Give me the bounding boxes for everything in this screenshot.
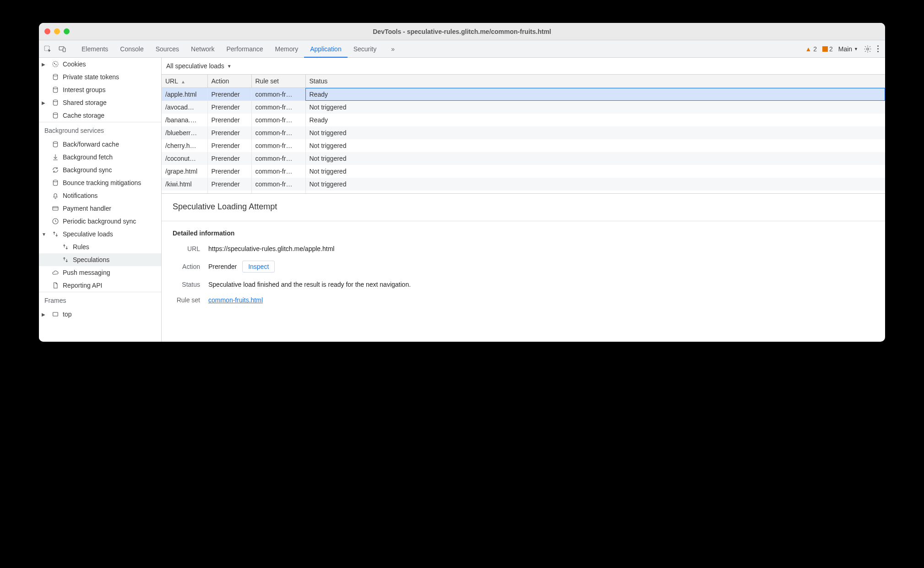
sidebar-item-notifications[interactable]: Notifications — [39, 189, 161, 202]
fullscreen-window-button[interactable] — [64, 28, 70, 34]
sidebar-item-label: Push messaging — [63, 269, 110, 276]
panel-tab-elements[interactable]: Elements — [76, 40, 114, 58]
cell-ruleset: common-fr… — [251, 126, 305, 139]
sidebar-item-shared-storage[interactable]: Shared storage — [39, 96, 161, 109]
kebab-menu-icon[interactable] — [877, 45, 879, 52]
panel-tab-memory[interactable]: Memory — [269, 40, 304, 58]
table-row[interactable]: /avocad…Prerendercommon-fr…Not triggered — [162, 101, 885, 114]
sidebar-item-speculations[interactable]: Speculations — [39, 253, 161, 266]
cell-status: Not triggered — [305, 101, 885, 114]
svg-point-10 — [53, 113, 57, 115]
table-row[interactable]: /coconut…Prerendercommon-fr…Not triggere… — [162, 152, 885, 165]
sidebar-item-reporting-api[interactable]: Reporting API — [39, 279, 161, 292]
table-row[interactable]: /blueberr…Prerendercommon-fr…Not trigger… — [162, 126, 885, 139]
sync-icon — [52, 166, 59, 174]
db-icon — [52, 179, 59, 186]
column-header-url[interactable]: URL▲ — [162, 75, 207, 88]
inspect-element-icon[interactable] — [43, 45, 52, 53]
cell-action: Prerender — [207, 101, 251, 114]
table-row[interactable]: /banana.…Prerendercommon-fr…Ready — [162, 114, 885, 126]
db-icon — [52, 112, 59, 119]
db-icon — [52, 99, 59, 106]
svg-point-9 — [53, 100, 57, 102]
cell-action: Prerender — [207, 139, 251, 152]
speculations-table: URL▲ActionRule setStatus /apple.htmlPrer… — [162, 74, 885, 193]
table-row[interactable]: /cherry.h…Prerendercommon-fr…Not trigger… — [162, 139, 885, 152]
sidebar-item-label: Shared storage — [63, 99, 107, 106]
updown-icon — [62, 256, 69, 263]
target-context-selector[interactable]: Main ▼ — [838, 45, 858, 53]
fetch-icon — [52, 153, 59, 161]
svg-point-5 — [54, 63, 54, 64]
sidebar-item-cookies[interactable]: Cookies — [39, 58, 161, 71]
panel-tab-sources[interactable]: Sources — [150, 40, 185, 58]
minimize-window-button[interactable] — [54, 28, 60, 34]
details-ruleset-link[interactable]: common-fruits.html — [208, 296, 263, 304]
cell-url: /apple.html — [162, 88, 207, 101]
sidebar-item-label: Periodic background sync — [63, 218, 136, 225]
cell-action: Prerender — [207, 126, 251, 139]
sidebar-item-cache-storage[interactable]: Cache storage — [39, 109, 161, 122]
sidebar-item-back-forward-cache[interactable]: Back/forward cache — [39, 138, 161, 151]
details-url-value: https://speculative-rules.glitch.me/appl… — [208, 245, 334, 252]
panel-tab-application[interactable]: Application — [304, 40, 348, 58]
sidebar-item-private-state-tokens[interactable]: Private state tokens — [39, 71, 161, 83]
sidebar-item-bounce-tracking-mitigations[interactable]: Bounce tracking mitigations — [39, 176, 161, 189]
chevron-right-icon — [42, 312, 45, 317]
panel-tab-network[interactable]: Network — [185, 40, 220, 58]
title-bar: DevTools - speculative-rules.glitch.me/c… — [39, 23, 885, 40]
cell-action: Prerender — [207, 88, 251, 101]
table-row[interactable]: /lemon.h…Prerendercommon-fr…Not triggere… — [162, 191, 885, 194]
sidebar-item-top[interactable]: top — [39, 308, 161, 321]
sidebar-item-periodic-background-sync[interactable]: Periodic background sync — [39, 215, 161, 228]
chevron-down-icon: ▼ — [227, 64, 232, 69]
cell-url: /cherry.h… — [162, 139, 207, 152]
svg-point-4 — [53, 61, 58, 67]
close-window-button[interactable] — [44, 28, 50, 34]
sidebar-item-label: Cookies — [63, 60, 86, 68]
sidebar-item-speculative-loads[interactable]: Speculative loads — [39, 228, 161, 240]
column-header-action[interactable]: Action — [207, 75, 251, 88]
cell-status: Not triggered — [305, 178, 885, 191]
panel-tab-performance[interactable]: Performance — [220, 40, 269, 58]
sidebar-item-background-sync[interactable]: Background sync — [39, 164, 161, 176]
cell-action: Prerender — [207, 152, 251, 165]
window-controls — [44, 28, 70, 34]
sidebar-item-push-messaging[interactable]: Push messaging — [39, 266, 161, 279]
sidebar-item-label: top — [63, 311, 71, 318]
cell-url: /blueberr… — [162, 126, 207, 139]
updown-icon — [62, 243, 69, 251]
table-row[interactable]: /apple.htmlPrerendercommon-fr…Ready — [162, 88, 885, 101]
sidebar-item-rules[interactable]: Rules — [39, 240, 161, 253]
chevron-right-icon — [42, 62, 45, 67]
svg-point-3 — [867, 48, 869, 50]
speculation-details: Speculative Loading Attempt Detailed inf… — [162, 193, 885, 342]
warnings-badge[interactable]: ▲ 2 — [805, 45, 817, 53]
sidebar-item-label: Background sync — [63, 166, 112, 174]
sidebar-item-label: Background fetch — [63, 153, 113, 161]
inspect-button[interactable]: Inspect — [242, 261, 275, 273]
cell-status: Not triggered — [305, 191, 885, 194]
sidebar-item-label: Speculations — [73, 256, 109, 263]
sidebar-item-payment-handler[interactable]: Payment handler — [39, 202, 161, 215]
svg-rect-13 — [53, 207, 58, 210]
table-row[interactable]: /kiwi.htmlPrerendercommon-fr…Not trigger… — [162, 178, 885, 191]
more-tabs-button[interactable]: » — [385, 40, 401, 58]
column-header-status[interactable]: Status — [305, 75, 885, 88]
table-row[interactable]: /grape.htmlPrerendercommon-fr…Not trigge… — [162, 165, 885, 178]
speculations-filter-dropdown[interactable]: All speculative loads ▼ — [162, 58, 885, 74]
details-ruleset-label: Rule set — [173, 296, 200, 304]
settings-gear-icon[interactable] — [864, 45, 872, 53]
panel-tab-console[interactable]: Console — [114, 40, 149, 58]
devtools-window: DevTools - speculative-rules.glitch.me/c… — [39, 23, 885, 342]
issues-badge[interactable]: 2 — [822, 45, 833, 53]
sidebar-item-background-fetch[interactable]: Background fetch — [39, 151, 161, 164]
panel-tab-security[interactable]: Security — [348, 40, 383, 58]
sidebar-item-interest-groups[interactable]: Interest groups — [39, 83, 161, 96]
cell-action: Prerender — [207, 191, 251, 194]
column-header-rule-set[interactable]: Rule set — [251, 75, 305, 88]
sidebar-item-label: Bounce tracking mitigations — [63, 179, 141, 186]
speculations-panel: All speculative loads ▼ URL▲ActionRule s… — [162, 58, 885, 342]
device-toolbar-icon[interactable] — [58, 45, 66, 53]
sidebar-item-label: Interest groups — [63, 86, 105, 93]
